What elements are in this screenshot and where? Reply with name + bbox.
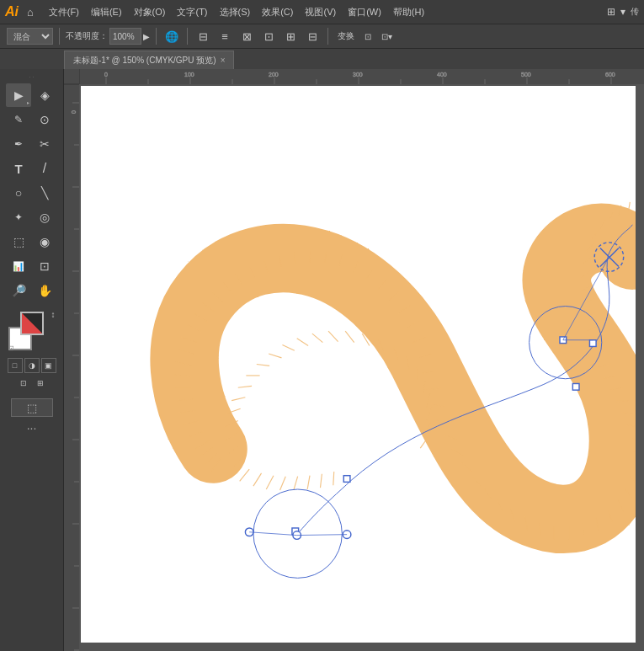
tool-row-8: 📊 ⊡ [6,254,57,278]
home-icon[interactable]: ⌂ [27,6,34,19]
type-tool-btn[interactable]: T [6,157,31,180]
shaper-tool-btn[interactable]: ╲ [32,181,57,205]
svg-line-124 [280,477,286,490]
tab-title: 未标题-1* @ 150% (CMYK/GPU 预览) [73,55,216,67]
foreground-color-swatch[interactable] [20,312,44,335]
left-toolbar: · · ▶▸ ◈ ✎ ⊙ ✒ ✂ T / ○ ╲ ✦ ◎ ⬚ ◉ � [0,69,64,651]
warp-tool-btn[interactable]: ⊡ [32,254,57,278]
opacity-group: 不透明度： ▶ [66,28,150,45]
opacity-label: 不透明度： [66,30,108,42]
transform2-icon[interactable]: ⊡ [361,27,375,45]
tool-row-4: T / [6,157,57,180]
svg-line-126 [307,476,310,489]
anchor-point-5 [589,340,596,347]
menu-window[interactable]: 窗口(W) [343,3,386,21]
anchor-point-2 [343,476,350,483]
svg-text:0: 0 [71,110,77,114]
anchor-pen-btn[interactable]: ✒ [6,132,31,156]
more-tools-btn[interactable]: ··· [27,421,37,435]
zoom-tool-btn[interactable]: 🔎 [6,279,31,302]
scissors-tool-btn[interactable]: ✂ [32,132,57,156]
toggle-visibility-btn[interactable]: ⊡ [16,376,31,391]
tool-row-9: 🔎 ✋ [6,279,57,302]
handle-line-2 [297,535,347,536]
normal-draw-mode-btn[interactable]: □ [8,358,23,373]
draw-mode-row: □ ◑ ▣ [8,358,56,373]
separator-1 [59,28,60,45]
menu-effect[interactable]: 效果(C) [257,3,298,21]
align-top-icon[interactable]: ⊡ [259,27,278,45]
blend-group: 混合 [7,28,53,45]
menu-text[interactable]: 文字(T) [172,3,212,21]
share-icon[interactable]: 传 [631,6,639,18]
app-logo: Ai [5,4,19,19]
svg-line-122 [253,473,262,486]
swap-colors-icon[interactable]: ↕ [51,310,56,319]
menu-file[interactable]: 文件(F) [44,3,84,21]
color-swatch-area: ↕ ⊡ [8,310,56,352]
tab-close-button[interactable]: × [221,56,226,65]
align-right-icon[interactable]: ⊠ [237,27,256,45]
blob-brush-btn[interactable]: ◎ [32,205,57,229]
svg-text:0: 0 [104,72,108,77]
canvas-area[interactable]: 0 100 200 300 400 500 600 [64,69,644,651]
svg-line-134 [232,398,245,401]
svg-line-143 [345,331,354,342]
main-area: · · ▶▸ ◈ ✎ ⊙ ✒ ✂ T / ○ ╲ ✦ ◎ ⬚ ◉ � [0,69,644,651]
draw-behind-mode-btn[interactable]: ◑ [24,358,40,373]
default-colors-icon[interactable]: ⊡ [8,344,14,352]
pen-tool-btn[interactable]: ✎ [6,108,31,131]
align-center-h-icon[interactable]: ≡ [216,27,234,45]
illustration-svg [81,86,636,643]
toggle-preview-btn[interactable]: ⊞ [33,376,48,391]
transform-icon[interactable]: 变换 [334,27,358,45]
globe-icon[interactable]: 🌐 [162,27,181,45]
svg-rect-24 [64,69,79,651]
align-bottom-icon[interactable]: ⊟ [303,27,322,45]
scale-tool-btn[interactable]: 📊 [6,254,31,278]
workspace-icon[interactable]: ⊞ [607,6,615,18]
draw-inside-mode-btn[interactable]: ▣ [41,358,56,373]
horizontal-ruler: 0 100 200 300 400 500 600 [64,69,644,84]
line-tool-btn[interactable]: / [32,157,57,180]
rotate-tool-btn[interactable]: ◉ [32,230,57,253]
svg-text:200: 200 [269,72,279,77]
svg-text:300: 300 [353,72,363,77]
more-tools-icon[interactable]: ⊡▾ [378,27,396,45]
svg-line-139 [282,345,294,351]
document-tab[interactable]: 未标题-1* @ 150% (CMYK/GPU 预览) × [64,51,234,69]
eraser-tool-btn[interactable]: ⬚ [6,230,31,253]
align-center-v-icon[interactable]: ⊞ [281,27,300,45]
opacity-input[interactable] [109,28,141,45]
direct-selection-tool-btn[interactable]: ◈ [32,83,57,107]
artboard[interactable] [81,86,636,643]
menu-edit[interactable]: 编辑(E) [86,3,127,21]
tool-row-5: ○ ╲ [6,181,57,205]
menu-help[interactable]: 帮助(H) [388,3,429,21]
menubar-right-icons: ⊞ ▾ 传 [607,6,639,18]
toolbar-drag-handle: · · [0,72,63,81]
paintbrush-tool-btn[interactable]: ✦ [6,205,31,229]
align-left-icon[interactable]: ⊟ [194,27,212,45]
menu-view[interactable]: 视图(V) [300,3,341,21]
hand-tool-btn[interactable]: ✋ [32,279,57,302]
selection-tool-btn[interactable]: ▶▸ [6,83,31,107]
svg-line-121 [240,469,249,481]
svg-text:600: 600 [605,72,615,77]
tool-row-1: ▶▸ ◈ [6,83,57,107]
tool-row-3: ✒ ✂ [6,132,57,156]
artboard-icon: ⬚ [27,402,37,414]
curvature-tool-btn[interactable]: ⊙ [32,108,57,131]
anchor-point-3 [572,383,579,390]
menu-bar: Ai ⌂ 文件(F) 编辑(E) 对象(O) 文字(T) 选择(S) 效果(C)… [0,0,644,24]
opacity-arrow-icon[interactable]: ▶ [143,32,150,41]
menu-object[interactable]: 对象(O) [129,3,171,21]
menu-select[interactable]: 选择(S) [215,3,256,21]
svg-line-127 [320,474,322,488]
blend-mode-select[interactable]: 混合 [7,28,53,45]
separator-3 [187,28,188,45]
artboard-tool-btn[interactable]: ⬚ [11,398,53,417]
workspace-dropdown-icon[interactable]: ▾ [620,6,625,18]
ellipse-tool-btn[interactable]: ○ [6,181,31,205]
tab-bar: 未标题-1* @ 150% (CMYK/GPU 预览) × [0,49,644,69]
